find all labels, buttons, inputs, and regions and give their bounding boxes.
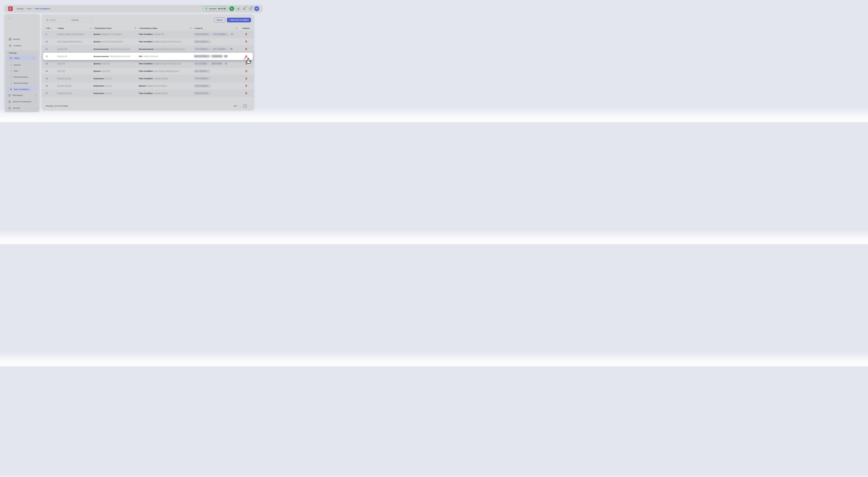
used-in-badge[interactable]: Time Conditions… (212, 33, 229, 36)
help-button[interactable]: ? (248, 6, 253, 11)
used-in-badge[interactable]: Dec. 20210527… (194, 70, 210, 73)
column-header-id[interactable]: ⠿ID⇅ (45, 27, 57, 29)
delete-button[interactable] (245, 33, 247, 35)
column-header-name[interactable]: ⠿Name⇅ (57, 27, 94, 29)
used-in-badge[interactable]: Announcements… (194, 33, 211, 36)
used-in-badge[interactable]: Announcements… (194, 92, 211, 95)
notifications-button[interactable] (242, 6, 247, 11)
dest-value: Hebrew Welcome (143, 55, 158, 57)
row-id: 13 (45, 63, 57, 65)
used-in-badge[interactable]: Time Conditions… (194, 47, 211, 50)
used-in-badge[interactable]: Time Conditions… (194, 40, 211, 43)
sidebar-item-announcements[interactable]: Announcements (5, 81, 39, 85)
page-size-value: 25 (234, 105, 236, 107)
drag-handle-icon[interactable]: ⠿ (139, 28, 140, 29)
column-header-dest-false[interactable]: ⠿Destination if false⇅ (139, 27, 194, 29)
table-row[interactable]: 16 Standby Monday Extensions:ext_710 Que… (42, 82, 254, 90)
row-name: Israel Support Working Hours (57, 41, 82, 43)
used-in-badge[interactable]: Time Conditions… (194, 77, 211, 80)
used-in-badge[interactable]: Dec. 013038B… (194, 62, 209, 65)
dest-value: Standby EN (154, 33, 164, 35)
columns-dropdown[interactable]: Columns › (69, 18, 93, 22)
drag-handle-icon[interactable]: ⠿ (45, 28, 46, 29)
column-header-used-in[interactable]: ⠿Used in⇅ (194, 27, 240, 29)
used-in-badge[interactable]: 72248379B (211, 55, 223, 58)
collapse-sidebar-button[interactable]: ← (8, 16, 11, 20)
sort-icon[interactable]: ⇅ (135, 27, 136, 29)
sidebar-item-label: Voice (14, 57, 20, 59)
sort-icon[interactable]: ⇅ (90, 27, 91, 29)
used-in-more-badge[interactable]: +1 (224, 62, 228, 65)
delete-button[interactable] (245, 77, 247, 80)
dest-type-label: Announcements: (94, 48, 109, 50)
sidebar-item-security[interactable]: Security › (5, 106, 39, 110)
sidebar-item-time-conditions[interactable]: Time Conditions (5, 87, 39, 92)
table-row[interactable]: 15 Standby Sunday Extensions:ext_711 Tim… (42, 75, 254, 82)
bullet-icon (10, 89, 12, 90)
export-button[interactable]: Export (214, 18, 225, 23)
help-dot (252, 6, 253, 7)
table-row[interactable]: 9 Bulgaria Support Working Hours Queues:… (42, 31, 254, 38)
delete-button[interactable] (245, 84, 247, 87)
sidebar-item-phone-numbers[interactable]: Phone Numbers (5, 75, 39, 79)
bullet-icon (10, 70, 12, 72)
sort-icon[interactable]: ⇅ (50, 27, 52, 29)
chevron-down-icon: › (33, 58, 35, 59)
sort-icon[interactable]: ⇅ (236, 27, 237, 29)
brand-logo-icon[interactable] (8, 6, 13, 11)
stepper-icon[interactable]: ▴▾ (237, 105, 237, 107)
delete-button[interactable] (245, 48, 247, 50)
used-in-badge[interactable]: Time Conditions… (194, 84, 211, 88)
add-time-condition-button[interactable]: + Add Time Condition (227, 18, 251, 22)
availability-status[interactable]: Available 00:47:08 (203, 6, 228, 11)
sidebar-item-messaging[interactable]: Messaging › (5, 93, 39, 98)
breadcrumb-separator: • (33, 8, 34, 10)
sidebar-item-voice[interactable]: Voice › (7, 56, 37, 61)
row-id: 9 (45, 33, 57, 35)
column-header-dest-true[interactable]: ⠿Destination if true⇅ (94, 27, 139, 29)
delete-button[interactable] (245, 40, 247, 43)
search-input[interactable] (50, 19, 66, 21)
current-page-button[interactable]: 1 (243, 104, 247, 108)
monitor-icon (9, 38, 11, 41)
signal-bars-icon (237, 8, 239, 10)
breadcrumb-settings[interactable]: Settings (17, 8, 24, 10)
sidebar-item-ivrs[interactable]: IVRs (5, 69, 39, 73)
used-in-badge[interactable]: Dec. 26722222… (212, 47, 228, 50)
dest-value: ext_710 (105, 85, 112, 87)
user-avatar[interactable]: DT (254, 6, 259, 11)
page-size-select[interactable]: 25 ▴▾ (234, 105, 237, 107)
used-in-more-badge[interactable]: +2 (224, 55, 228, 58)
table-row-highlighted[interactable]: 12 Standby HE Announcements:Standby Anno… (43, 53, 253, 60)
call-quality-button[interactable] (236, 6, 241, 11)
dialer-button[interactable] (229, 6, 234, 11)
drag-handle-icon[interactable]: ⠿ (194, 28, 195, 29)
used-in-badge[interactable]: 188787639B (210, 62, 223, 65)
breadcrumb-voice[interactable]: Voice (27, 8, 32, 10)
sidebar-item-users-permissions[interactable]: Users & Permissions › (5, 99, 39, 104)
sidebar-item-queues[interactable]: Queues (5, 63, 39, 67)
prev-page-button[interactable]: ‹ (240, 105, 241, 107)
cursor-click-overlay (243, 56, 252, 65)
sort-icon[interactable]: ⇅ (190, 27, 191, 29)
delete-button[interactable] (245, 92, 247, 95)
sidebar-item-monitor[interactable]: Monitor (4, 37, 40, 42)
table-row[interactable]: 17 Standby Saturday Extensions:ext_710 T… (42, 90, 254, 97)
table-row[interactable]: 13 Sales EN Queues:Sales EN Time Conditi… (42, 60, 254, 67)
bell-icon (243, 7, 246, 10)
next-page-button[interactable]: › (250, 105, 250, 107)
drag-handle-icon[interactable]: ⠿ (94, 28, 94, 29)
search-box[interactable] (45, 18, 68, 22)
dest-type-label: Queues: (94, 33, 101, 35)
table-row[interactable]: 11 Standby EN Announcements:Standby Anno… (42, 45, 254, 53)
used-in-more-badge[interactable]: +1 (230, 33, 234, 36)
sidebar-item-contacts[interactable]: Contacts (4, 43, 40, 48)
table-row[interactable]: 14 Sales HE Queues:Sales EN Time Conditi… (42, 67, 254, 75)
used-in-more-badge[interactable]: +8 (229, 47, 233, 50)
drag-handle-icon[interactable]: ⠿ (57, 28, 58, 29)
delete-button[interactable] (245, 70, 247, 72)
used-in-badge[interactable]: Dec. 87220762… (194, 55, 210, 58)
row-name: Standby Saturday (57, 92, 72, 94)
status-timer: 00:47:08 (218, 8, 226, 10)
table-row[interactable]: 10 Israel Support Working Hours Queues:I… (42, 38, 254, 45)
